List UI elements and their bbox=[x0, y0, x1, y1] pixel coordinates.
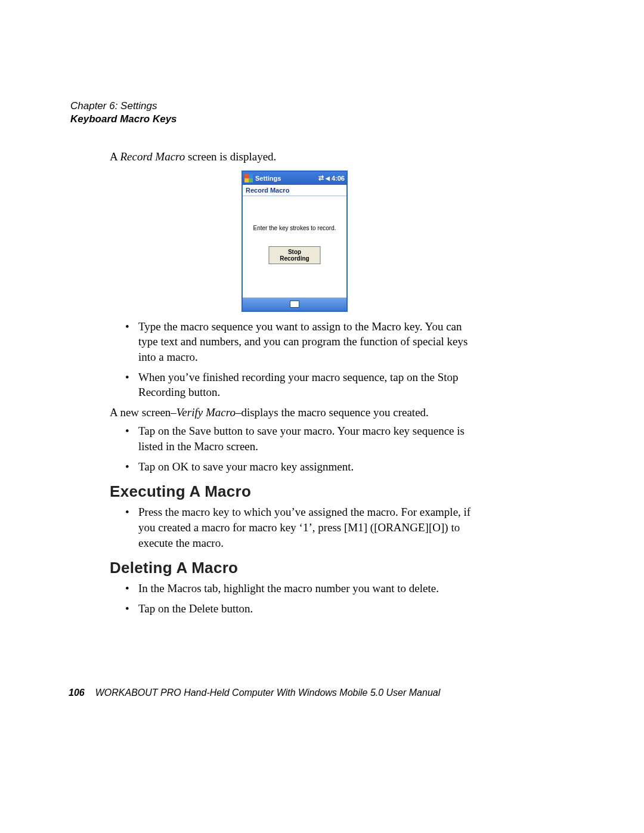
list-item: In the Macros tab, highlight the macro n… bbox=[110, 581, 479, 596]
list-item: Press the macro key to which you’ve assi… bbox=[110, 504, 479, 550]
text: –displays the macro sequence you created… bbox=[236, 406, 429, 419]
page-number: 106 bbox=[69, 688, 85, 698]
page-footer: 106 WORKABOUT PRO Hand-Held Computer Wit… bbox=[69, 688, 569, 698]
volume-icon[interactable] bbox=[326, 175, 330, 181]
text: In the bbox=[138, 582, 168, 594]
keyboard-icon[interactable] bbox=[290, 301, 299, 308]
text: screen is displayed. bbox=[185, 150, 276, 163]
heading-deleting-macro: Deleting A Macro bbox=[110, 559, 479, 577]
wm-content: Enter the key strokes to record. Stop Re… bbox=[243, 196, 346, 298]
wm-bottombar bbox=[243, 298, 346, 311]
running-head-chapter: Chapter 6: Settings bbox=[70, 100, 571, 112]
clock[interactable]: 4:06 bbox=[332, 175, 345, 182]
list-item: Tap on the Save button to save your macr… bbox=[110, 423, 479, 454]
text-bold: OK bbox=[172, 460, 188, 473]
text: Type the macro sequence you want to assi… bbox=[138, 320, 467, 363]
text-italic: Macros bbox=[168, 582, 202, 594]
text: to save your macro key assignment. bbox=[188, 460, 354, 473]
text-bold: Save bbox=[189, 425, 211, 437]
text: button. bbox=[185, 386, 220, 398]
text: Tap on the bbox=[138, 425, 189, 437]
wm-titlebar: Settings 4:06 bbox=[243, 172, 346, 185]
text: Press the macro key to which you’ve assi… bbox=[138, 506, 470, 549]
page-content: Chapter 6: Settings Keyboard Macro Keys … bbox=[70, 100, 571, 621]
bullet-list-2: Tap on the Save button to save your macr… bbox=[110, 423, 479, 474]
list-item: When you’ve finished recording your macr… bbox=[110, 370, 479, 400]
text-italic: Record Macro bbox=[120, 150, 185, 163]
verify-paragraph: A new screen–Verify Macro–displays the m… bbox=[110, 405, 479, 420]
text: Tap on bbox=[138, 460, 172, 473]
wm-screen-title: Record Macro bbox=[243, 185, 346, 196]
wm-instruction-text: Enter the key strokes to record. bbox=[243, 225, 346, 231]
text: tab, highlight the macro number you want… bbox=[202, 582, 439, 594]
wm-window: Settings 4:06 Record Macro Enter the key… bbox=[242, 171, 348, 312]
running-head-section: Keyboard Macro Keys bbox=[70, 113, 571, 125]
text: button. bbox=[218, 602, 253, 615]
start-flag-icon[interactable] bbox=[244, 174, 253, 182]
text-italic: Macro bbox=[194, 440, 224, 453]
body: A Record Macro screen is displayed. Sett… bbox=[110, 149, 479, 617]
bullet-list-1: Type the macro sequence you want to assi… bbox=[110, 319, 479, 400]
text: screen. bbox=[224, 440, 258, 453]
stop-recording-button[interactable]: Stop Recording bbox=[269, 246, 321, 264]
manual-title: WORKABOUT PRO Hand-Held Computer With Wi… bbox=[95, 688, 441, 698]
connectivity-icon[interactable] bbox=[318, 174, 324, 182]
heading-executing-macro: Executing A Macro bbox=[110, 482, 479, 501]
bullet-list-del: In the Macros tab, highlight the macro n… bbox=[110, 581, 479, 616]
text: A bbox=[110, 150, 120, 163]
list-item: Tap on OK to save your macro key assignm… bbox=[110, 459, 479, 475]
embedded-screenshot: Settings 4:06 Record Macro Enter the key… bbox=[110, 171, 479, 312]
list-item: Tap on the Delete button. bbox=[110, 601, 479, 617]
text-bold: Delete bbox=[189, 602, 219, 615]
intro-paragraph: A Record Macro screen is displayed. bbox=[110, 149, 479, 165]
text: A new screen– bbox=[110, 406, 177, 419]
text: Tap on the bbox=[138, 602, 189, 615]
wm-title: Settings bbox=[255, 175, 316, 182]
text-italic: Verify Macro bbox=[177, 406, 236, 419]
text: When you’ve finished recording your macr… bbox=[138, 371, 438, 383]
wm-status-icons: 4:06 bbox=[318, 174, 345, 182]
list-item: Type the macro sequence you want to assi… bbox=[110, 319, 479, 365]
bullet-list-exec: Press the macro key to which you’ve assi… bbox=[110, 504, 479, 550]
